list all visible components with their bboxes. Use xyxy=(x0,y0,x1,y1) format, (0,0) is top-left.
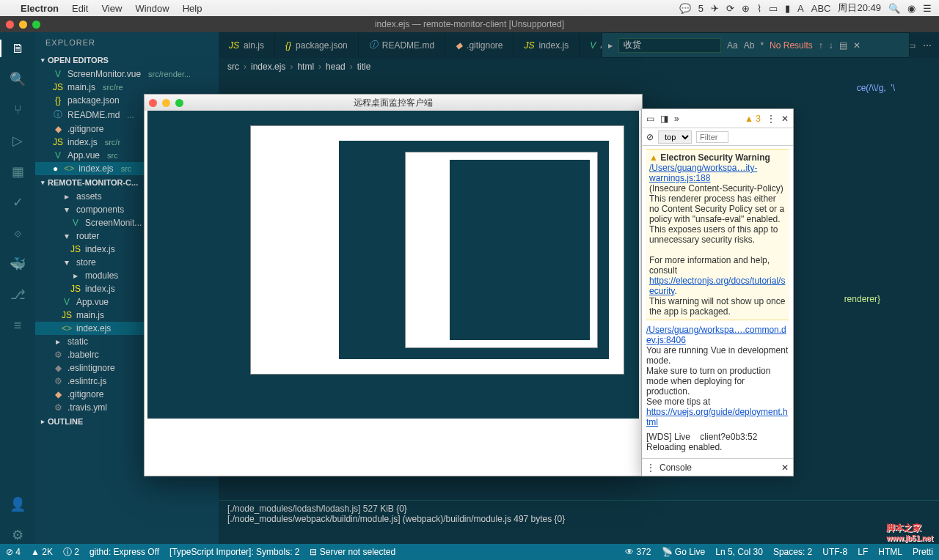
match-case-icon[interactable]: Aa xyxy=(727,40,738,51)
spotlight-icon[interactable]: 🔍 xyxy=(888,3,900,14)
status-errors[interactable]: ⊘ 4 xyxy=(6,547,21,557)
extensions-icon[interactable]: ▦ xyxy=(9,163,26,180)
file-icon: JS xyxy=(229,40,239,51)
menu-window[interactable]: Window xyxy=(135,3,169,14)
status-githd[interactable]: githd: Express Off xyxy=(89,547,159,557)
bookmarks-icon[interactable]: ≡ xyxy=(9,317,26,334)
status-preview[interactable]: 👁 372 xyxy=(625,547,651,557)
file-name: ScreenMonit... xyxy=(85,218,142,228)
devtools-dock-icon[interactable]: ◨ xyxy=(660,114,668,124)
settings-icon[interactable]: ⚙ xyxy=(9,526,26,544)
status-ts-importer[interactable]: [TypeScript Importer]: Symbols: 2 xyxy=(169,547,299,557)
status-server[interactable]: ⊟ Server not selected xyxy=(310,547,395,557)
terminal-panel[interactable]: [./node_modules/lodash/lodash.js] 527 Ki… xyxy=(219,500,939,544)
maximize-window-icon[interactable] xyxy=(32,21,40,29)
input-method-icon[interactable]: A xyxy=(797,3,804,14)
find-next-icon[interactable]: ↓ xyxy=(829,40,833,51)
status-info[interactable]: ⓘ 2 xyxy=(63,546,79,559)
breadcrumb-item[interactable]: head xyxy=(326,62,346,72)
find-close-icon[interactable]: ✕ xyxy=(853,40,861,51)
remote-minimize-icon[interactable] xyxy=(162,99,170,107)
file-name: .gitignore xyxy=(67,124,103,134)
devtools-close-icon[interactable]: ✕ xyxy=(781,114,789,124)
devtools-device-icon[interactable]: ▭ xyxy=(646,114,654,124)
open-editors-header[interactable]: OPEN EDITORS xyxy=(35,53,219,67)
account-icon[interactable]: 👤 xyxy=(9,495,26,513)
git-branch-icon[interactable]: ⎇ xyxy=(9,286,26,303)
minimize-window-icon[interactable] xyxy=(19,21,27,29)
file-name: modules xyxy=(85,270,118,281)
file-name: .eslintignore xyxy=(67,363,115,373)
notification-center-icon[interactable]: ☰ xyxy=(923,3,932,14)
remote-icon[interactable]: ⟐ xyxy=(9,224,26,242)
more-icon[interactable]: ⋯ xyxy=(923,40,932,51)
debug-icon[interactable]: ▷ xyxy=(9,132,26,150)
open-editor-item[interactable]: VScreenMonitor.vuesrc/render... xyxy=(35,67,219,81)
editor-tab[interactable]: JSain.js xyxy=(219,32,275,58)
menu-edit[interactable]: Edit xyxy=(72,3,88,14)
menu-help[interactable]: Help xyxy=(183,3,202,14)
test-icon[interactable]: ✓ xyxy=(9,194,26,211)
display-icon[interactable]: ▭ xyxy=(769,3,778,14)
input-method-label: ABC xyxy=(811,3,831,14)
editor-tab[interactable]: JSindex.js xyxy=(514,32,580,58)
clear-console-icon[interactable]: ⊘ xyxy=(646,132,654,142)
telegram-icon[interactable]: ✈ xyxy=(711,3,719,14)
remote-screen[interactable] xyxy=(145,111,642,476)
breadcrumb[interactable]: src›index.ejs›html›head›title xyxy=(219,58,939,75)
breadcrumb-item[interactable]: index.ejs xyxy=(251,62,285,72)
editor-tab[interactable]: {}package.json xyxy=(275,32,359,58)
remote-maximize-icon[interactable] xyxy=(175,99,183,107)
battery-icon[interactable]: ▮ xyxy=(785,3,790,14)
devtools-more-icon[interactable]: » xyxy=(674,114,679,124)
clock[interactable]: 周日20:49 xyxy=(838,1,881,15)
breadcrumb-item[interactable]: src xyxy=(227,62,239,72)
status-prettier[interactable]: Pretti xyxy=(913,547,933,557)
open-editor-item[interactable]: JSmain.jssrc/re xyxy=(35,81,219,94)
context-select[interactable]: top xyxy=(658,130,692,144)
devtools-warning-count[interactable]: ▲ 3 xyxy=(745,114,761,124)
docker-icon[interactable]: 🐳 xyxy=(9,255,26,273)
close-window-icon[interactable] xyxy=(6,21,14,29)
console-output[interactable]: ▲ Electron Security Warning /Users/guang… xyxy=(642,146,793,458)
devtools-menu-icon[interactable]: ⋮ xyxy=(767,114,775,124)
console-filter-input[interactable] xyxy=(696,131,728,143)
whole-word-icon[interactable]: Ab xyxy=(744,40,755,51)
drawer-close-icon[interactable]: ✕ xyxy=(781,463,789,473)
status-golive[interactable]: 📡 Go Live xyxy=(662,547,706,557)
find-selection-icon[interactable]: ▤ xyxy=(839,40,847,51)
file-icon: <> xyxy=(62,323,72,334)
breadcrumb-item[interactable]: title xyxy=(357,62,371,72)
explorer-icon[interactable]: 🗎 xyxy=(0,40,35,57)
file-name: index.ejs xyxy=(76,323,111,334)
globe-icon[interactable]: ⊕ xyxy=(742,3,750,14)
find-toggle-icon[interactable]: ▸ xyxy=(608,40,613,51)
file-icon: V xyxy=(62,297,72,307)
status-warnings[interactable]: ▲ 2K xyxy=(31,547,53,557)
file-icon: ⓘ xyxy=(369,39,378,51)
app-name[interactable]: Electron xyxy=(21,3,59,14)
source-control-icon[interactable]: ⑂ xyxy=(9,101,26,119)
breadcrumb-item[interactable]: html xyxy=(297,62,314,72)
drawer-menu-icon[interactable]: ⋮ xyxy=(646,463,655,473)
menu-view[interactable]: View xyxy=(101,3,122,14)
editor-tab[interactable]: ⓘREADME.md xyxy=(359,32,445,58)
find-input[interactable] xyxy=(618,38,721,53)
status-encoding[interactable]: UTF-8 xyxy=(822,547,847,557)
status-spaces[interactable]: Spaces: 2 xyxy=(773,547,812,557)
regex-icon[interactable]: * xyxy=(760,40,764,51)
wechat-icon[interactable]: 💬 xyxy=(679,3,691,14)
remote-close-icon[interactable] xyxy=(149,99,157,107)
siri-icon[interactable]: ◉ xyxy=(907,3,916,14)
search-icon[interactable]: 🔍 xyxy=(9,70,26,88)
status-cursor[interactable]: Ln 5, Col 30 xyxy=(715,547,763,557)
wifi-icon[interactable]: ⌇ xyxy=(757,3,761,14)
status-eol[interactable]: LF xyxy=(858,547,868,557)
find-prev-icon[interactable]: ↑ xyxy=(819,40,823,51)
file-name: .babelrc xyxy=(67,350,99,360)
drawer-console-tab[interactable]: Console xyxy=(660,463,692,473)
sync-icon[interactable]: ⟳ xyxy=(726,3,734,14)
remote-desktop-window[interactable]: 远程桌面监控客户端 xyxy=(144,94,643,476)
editor-tab[interactable]: ◆.gitignore xyxy=(445,32,514,58)
status-language[interactable]: HTML xyxy=(878,547,902,557)
